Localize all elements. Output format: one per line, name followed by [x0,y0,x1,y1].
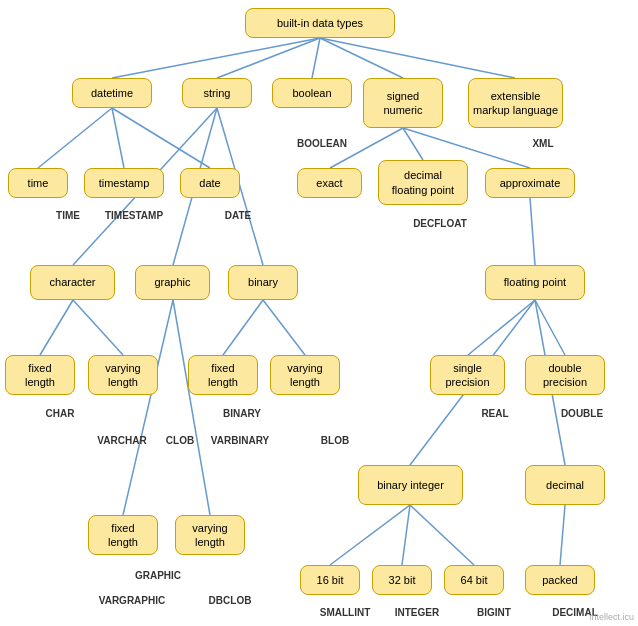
node-binary: binary [228,265,298,300]
node-bit32: 32 bit [372,565,432,595]
label-BOOLEAN: BOOLEAN [272,138,372,149]
node-floating_point: floating point [485,265,585,300]
svg-line-14 [530,198,535,265]
node-builtin: built-in data types [245,8,395,38]
node-decimal_node: decimal [525,465,605,505]
node-datetime: datetime [72,78,152,108]
label-CHAR: CHAR [10,408,110,419]
node-decimal_fp: decimal floating point [378,160,468,205]
node-approximate: approximate [485,168,575,198]
svg-line-17 [123,300,173,515]
watermark: intellect.icu [589,612,634,622]
label-REAL: REAL [445,408,545,419]
svg-line-1 [217,38,320,78]
node-fixed_length_gr: fixed length [88,515,158,555]
node-double_precision: double precision [525,355,605,395]
node-time: time [8,168,68,198]
label-GRAPHIC: GRAPHIC [108,570,208,581]
svg-line-5 [38,108,112,168]
node-varying_length_bin: varying length [270,355,340,395]
node-packed: packed [525,565,595,595]
node-single_precision: single precision [430,355,505,395]
svg-line-22 [535,300,565,355]
label-DBCLOB: DBCLOB [180,595,280,606]
node-exact: exact [297,168,362,198]
label-TIMESTAMP: TIMESTAMP [84,210,184,221]
svg-line-6 [112,108,124,168]
node-bit64: 64 bit [444,565,504,595]
svg-line-9 [403,128,423,160]
svg-line-15 [40,300,73,355]
node-fixed_length_bin: fixed length [188,355,258,395]
label-DECFLOAT: DECFLOAT [390,218,490,229]
node-fixed_length_char: fixed length [5,355,75,395]
node-timestamp: timestamp [84,168,164,198]
diagram: built-in data typesdatetimestringboolean… [0,0,638,626]
node-boolean: boolean [272,78,352,108]
svg-line-25 [330,505,410,565]
svg-line-26 [402,505,410,565]
svg-line-20 [263,300,305,355]
node-graphic: graphic [135,265,210,300]
node-string: string [182,78,252,108]
node-signed_numeric: signed numeric [363,78,443,128]
label-BINARY: BINARY [192,408,292,419]
svg-line-21 [468,300,535,355]
node-binary_integer: binary integer [358,465,463,505]
label-VARBINARY: VARBINARY [190,435,290,446]
svg-line-16 [73,300,123,355]
svg-line-4 [320,38,515,78]
svg-line-28 [560,505,565,565]
svg-line-19 [223,300,263,355]
node-bit16: 16 bit [300,565,360,595]
node-date: date [180,168,240,198]
svg-line-3 [320,38,403,78]
node-varying_length_gr: varying length [175,515,245,555]
svg-line-0 [112,38,320,78]
label-DOUBLE: DOUBLE [532,408,632,419]
label-VARGRAPHIC: VARGRAPHIC [82,595,182,606]
node-varying_length_char: varying length [88,355,158,395]
label-DATE: DATE [188,210,288,221]
node-character: character [30,265,115,300]
node-extensible: extensible markup language [468,78,563,128]
svg-line-27 [410,505,474,565]
svg-line-2 [312,38,320,78]
svg-line-7 [112,108,210,168]
label-BLOB: BLOB [285,435,385,446]
label-XML: XML [493,138,593,149]
